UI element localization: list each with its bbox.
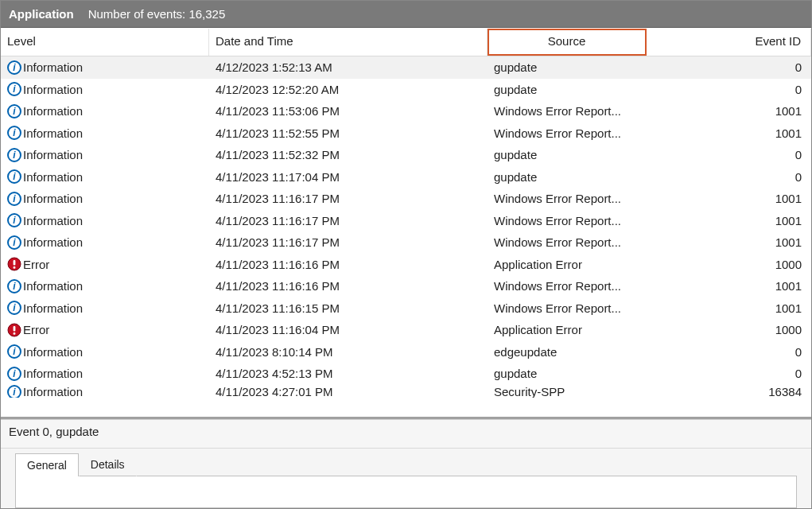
- cell-source: Windows Error Report...: [488, 126, 647, 140]
- cell-source: Windows Error Report...: [488, 192, 647, 205]
- level-text: Information: [23, 279, 83, 293]
- tab-details[interactable]: Details: [79, 453, 137, 476]
- cell-datetime: 4/11/2023 11:16:17 PM: [209, 214, 488, 227]
- table-row[interactable]: iInformation4/11/2023 11:52:32 PMgupdate…: [1, 144, 811, 166]
- table-row[interactable]: iInformation4/11/2023 11:17:04 PMgupdate…: [1, 166, 811, 188]
- column-header-level[interactable]: Level: [1, 29, 209, 56]
- cell-event-id: 0: [647, 367, 811, 380]
- cell-event-id: 0: [647, 148, 811, 161]
- tab-general[interactable]: General: [15, 453, 79, 476]
- table-row[interactable]: iInformation4/11/2023 11:16:16 PMWindows…: [1, 275, 811, 297]
- svg-rect-27: [14, 332, 16, 335]
- cell-datetime: 4/11/2023 4:27:01 PM: [209, 385, 488, 398]
- level-text: Information: [23, 104, 83, 118]
- cell-level: iInformation: [1, 82, 209, 96]
- info-icon: i: [7, 344, 21, 359]
- cell-level: iInformation: [1, 213, 209, 227]
- cell-event-id: 1001: [647, 214, 811, 227]
- event-count-label: Number of events: 16,325: [88, 7, 226, 21]
- table-row[interactable]: iInformation4/11/2023 11:16:17 PMWindows…: [1, 210, 811, 232]
- info-icon: i: [7, 367, 21, 381]
- info-icon: i: [7, 104, 21, 119]
- table-row[interactable]: Error4/11/2023 11:16:16 PMApplication Er…: [1, 254, 811, 276]
- level-text: Information: [23, 385, 83, 398]
- cell-event-id: 1001: [647, 279, 811, 293]
- info-icon: i: [7, 301, 21, 315]
- table-row[interactable]: iInformation4/12/2023 12:52:20 AMgupdate…: [1, 79, 811, 101]
- cell-source: gupdate: [488, 83, 647, 96]
- cell-source: gupdate: [488, 60, 647, 74]
- column-header-event-id[interactable]: Event ID: [647, 29, 811, 56]
- table-row[interactable]: iInformation4/11/2023 11:16:17 PMWindows…: [1, 231, 811, 254]
- table-row[interactable]: iInformation4/11/2023 4:52:13 PMgupdate0: [1, 363, 811, 385]
- cell-event-id: 1001: [647, 235, 811, 249]
- table-row[interactable]: Error4/11/2023 11:16:04 PMApplication Er…: [1, 319, 811, 341]
- cell-source: Windows Error Report...: [488, 214, 647, 227]
- level-text: Information: [23, 367, 83, 380]
- level-text: Error: [23, 323, 49, 336]
- info-icon: i: [7, 60, 21, 75]
- cell-event-id: 16384: [647, 385, 811, 398]
- cell-datetime: 4/11/2023 11:16:15 PM: [209, 301, 488, 315]
- level-text: Information: [23, 126, 83, 140]
- cell-level: iInformation: [1, 235, 209, 250]
- info-icon: i: [7, 82, 21, 96]
- table-row[interactable]: iInformation4/12/2023 1:52:13 AMgupdate0: [1, 56, 811, 79]
- column-header-datetime[interactable]: Date and Time: [209, 29, 488, 56]
- table-row[interactable]: iInformation4/11/2023 11:53:06 PMWindows…: [1, 100, 811, 122]
- cell-datetime: 4/11/2023 11:53:06 PM: [209, 104, 488, 118]
- cell-event-id: 1000: [647, 258, 811, 271]
- level-text: Information: [23, 192, 83, 205]
- table-row[interactable]: iInformation4/11/2023 4:27:01 PMSecurity…: [1, 385, 811, 398]
- title-bar: Application Number of events: 16,325: [1, 1, 811, 28]
- svg-rect-20: [14, 266, 16, 269]
- cell-level: Error: [1, 323, 209, 337]
- cell-source: edgeupdate: [488, 345, 647, 359]
- info-icon: i: [7, 235, 21, 250]
- cell-source: Windows Error Report...: [488, 104, 647, 118]
- cell-level: iInformation: [1, 385, 209, 398]
- event-list[interactable]: iInformation4/12/2023 1:52:13 AMgupdate0…: [1, 56, 811, 419]
- cell-event-id: 1001: [647, 301, 811, 315]
- cell-source: Application Error: [488, 323, 647, 336]
- cell-event-id: 0: [647, 60, 811, 74]
- table-row[interactable]: iInformation4/11/2023 11:16:17 PMWindows…: [1, 188, 811, 210]
- svg-rect-26: [14, 326, 16, 332]
- cell-datetime: 4/11/2023 11:16:16 PM: [209, 279, 488, 293]
- error-icon: [7, 257, 21, 271]
- cell-event-id: 0: [647, 345, 811, 359]
- cell-source: Windows Error Report...: [488, 235, 647, 249]
- level-text: Information: [23, 214, 83, 227]
- cell-level: iInformation: [1, 104, 209, 119]
- cell-level: iInformation: [1, 192, 209, 206]
- svg-rect-19: [14, 260, 16, 266]
- info-icon: i: [7, 126, 21, 140]
- table-row[interactable]: iInformation4/11/2023 11:16:15 PMWindows…: [1, 297, 811, 320]
- level-text: Information: [23, 345, 83, 359]
- level-text: Information: [23, 170, 83, 184]
- cell-level: Error: [1, 257, 209, 271]
- cell-source: Windows Error Report...: [488, 301, 647, 315]
- cell-datetime: 4/11/2023 11:52:32 PM: [209, 148, 488, 161]
- level-text: Information: [23, 60, 83, 74]
- table-row[interactable]: iInformation4/11/2023 8:10:14 PMedgeupda…: [1, 341, 811, 363]
- cell-datetime: 4/11/2023 11:16:16 PM: [209, 258, 488, 271]
- cell-event-id: 0: [647, 170, 811, 184]
- cell-datetime: 4/11/2023 11:16:17 PM: [209, 192, 488, 205]
- detail-tabs: General Details: [1, 449, 811, 476]
- column-header-source[interactable]: Source: [488, 29, 647, 56]
- cell-source: gupdate: [488, 367, 647, 380]
- table-row[interactable]: iInformation4/11/2023 11:52:55 PMWindows…: [1, 122, 811, 145]
- cell-level: iInformation: [1, 148, 209, 162]
- cell-source: Security-SPP: [488, 385, 647, 398]
- cell-level: iInformation: [1, 169, 209, 184]
- cell-source: Application Error: [488, 258, 647, 271]
- tab-body: [15, 476, 797, 508]
- info-icon: i: [7, 279, 21, 293]
- level-text: Information: [23, 148, 83, 161]
- cell-datetime: 4/11/2023 4:52:13 PM: [209, 367, 488, 380]
- cell-event-id: 0: [647, 83, 811, 96]
- info-icon: i: [7, 213, 21, 227]
- cell-source: gupdate: [488, 148, 647, 161]
- level-text: Information: [23, 83, 83, 96]
